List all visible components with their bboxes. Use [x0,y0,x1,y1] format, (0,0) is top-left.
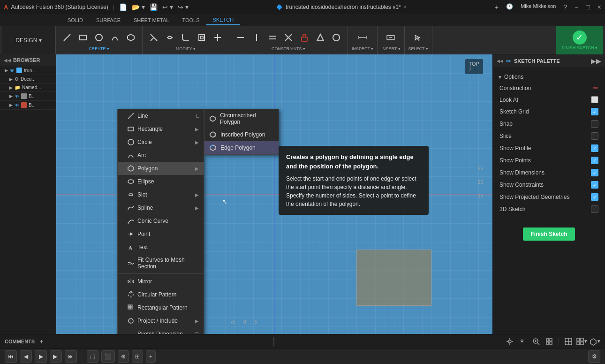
menu-item-text[interactable]: A Text [118,241,204,254]
menu-item-slot[interactable]: Slot ▶ [118,188,204,201]
history-icon[interactable]: 🕐 [506,3,513,11]
palette-row-show-dims[interactable]: Show Dimensions [493,167,605,179]
palette-row-look-at[interactable]: Look At ⬜ [493,94,605,106]
footer-first-btn[interactable]: ⏮ [5,350,17,363]
grid-display-icon[interactable]: ▾ [576,336,587,347]
sidebar-collapse-icon[interactable]: ◀◀ [4,58,11,63]
tab-sketch[interactable]: SKETCH [206,15,240,25]
palette-row-3d-sketch[interactable]: 3D Sketch [493,203,605,215]
tab-sheet-metal[interactable]: SHEET METAL [127,15,175,25]
fit-icon[interactable] [544,336,555,347]
maximize-btn[interactable]: □ [586,3,590,11]
add-tab-icon[interactable]: + [495,3,499,11]
fillet-icon[interactable] [178,30,193,46]
menu-item-polygon[interactable]: Polygon ▶ [118,162,204,175]
close-btn[interactable]: × [597,3,601,11]
palette-row-show-constraints[interactable]: Show Constraints [493,179,605,191]
palette-row-show-points[interactable]: Show Points [493,154,605,167]
new-file-icon[interactable]: 📄 [119,3,127,11]
finish-sketch-toolbar[interactable]: ✓ FINISH SKETCH ▾ [556,26,603,54]
footer-plus-btn[interactable]: + [146,350,156,363]
3d-sketch-check[interactable] [591,205,598,213]
show-constraints-check[interactable] [591,181,598,189]
tree-item-b2[interactable]: ▶ 👁 B... [0,101,56,110]
comments-plus-btn[interactable]: + [39,338,43,345]
parallel-constraint-icon[interactable] [265,30,280,46]
display-mode-icon[interactable] [563,336,574,347]
lock-icon[interactable] [297,30,312,46]
triangle-constraint-icon[interactable] [313,30,328,46]
tree-item-b1[interactable]: ▶ 👁 B... [0,92,56,101]
extend-icon[interactable] [162,30,177,46]
select-icon[interactable] [409,30,428,46]
vertical-constraint-icon[interactable] [249,30,264,46]
palette-row-slice[interactable]: Slice [493,130,605,142]
menu-item-rect-pattern[interactable]: Rectangular Pattern [118,301,204,314]
palette-row-construction[interactable]: Construction ✏ [493,82,605,94]
create-label[interactable]: CREATE ▾ [89,46,109,51]
menu-item-ellipse[interactable]: Ellipse [118,175,204,188]
snap-check[interactable] [591,120,598,128]
inspect-label[interactable]: INSPECT ▾ [352,46,373,51]
open-icon[interactable]: 📂 ▾ [132,3,145,11]
perpendicular-icon[interactable] [281,30,296,46]
polygon-tool-icon[interactable] [123,30,138,46]
footer-last-btn[interactable]: ⏭ [65,350,77,363]
menu-item-rectangle[interactable]: Rectangle ▶ [118,122,204,136]
slice-check[interactable] [591,132,598,140]
minimize-btn[interactable]: − [575,3,578,11]
footer-select-mode-btn[interactable]: ⬚ [87,350,98,363]
constraints-label[interactable]: CONSTRAINTS ▾ [272,46,305,51]
palette-row-snap[interactable]: Snap [493,118,605,130]
footer-add-btn[interactable]: ⊕ [118,350,129,363]
show-projected-check[interactable] [591,193,598,201]
inspect-icon[interactable] [353,30,372,46]
tab-tools[interactable]: TOOLS [175,15,206,25]
edge-polygon-dots[interactable]: … [268,144,274,152]
footer-prev-btn[interactable]: ◀ [20,350,32,363]
trim-icon[interactable] [146,30,161,46]
finish-sketch-button[interactable]: Finish Sketch [523,228,575,241]
submenu-circumscribed[interactable]: Circumscribed Polygon [204,109,279,128]
footer-settings-btn[interactable]: ⚙ [588,350,600,363]
close-tab-icon[interactable]: × [404,4,407,10]
show-profile-check[interactable] [591,144,598,152]
save-icon[interactable]: 💾 [150,3,158,11]
menu-item-circle[interactable]: Circle ▶ [118,136,204,149]
arc-tool-icon[interactable] [107,30,122,46]
insert-label[interactable]: INSERT ▾ [381,46,400,51]
menu-item-sketch-dim[interactable]: Sketch Dimension D [118,327,204,334]
menu-item-point[interactable]: Point [118,228,204,241]
tree-item-doc[interactable]: ▶ ⚙ Docu... [0,75,56,83]
menu-item-arc[interactable]: Arc [118,149,204,162]
menu-item-circular-pattern[interactable]: Circular Pattern [118,288,204,301]
pan-icon[interactable] [517,336,529,347]
tree-item-named[interactable]: ▶ 📁 Named... [0,83,56,92]
options-section-header[interactable]: ▼ Options [493,72,605,82]
undo-icon[interactable]: ↩ ▾ [162,3,173,11]
menu-item-fit-curves[interactable]: Fit Curves to Mesh Section [118,254,204,273]
finish-sketch-label[interactable]: FINISH SKETCH ▾ [562,46,597,50]
snap-display-icon[interactable]: ▾ [589,336,600,347]
palette-row-show-projected[interactable]: Show Projected Geometries [493,191,605,203]
menu-item-line[interactable]: Line L [118,109,204,122]
footer-play-btn[interactable]: ▶ [35,350,47,363]
sketch-grid-check[interactable] [591,108,598,115]
tab-surface[interactable]: SURFACE [90,15,127,25]
menu-item-conic[interactable]: Conic Curve [118,214,204,228]
footer-next-btn[interactable]: ▶| [50,350,62,363]
circle-tool-icon[interactable] [91,30,106,46]
menu-item-spline[interactable]: Spline ▶ [118,201,204,214]
show-points-check[interactable] [591,157,598,164]
move-icon[interactable] [210,30,225,46]
footer-box-select-btn[interactable]: ⬛ [101,350,115,363]
menu-item-mirror[interactable]: Mirror [118,275,204,288]
tab-solid[interactable]: SOLID [61,15,90,25]
rectangle-tool-icon[interactable] [76,30,91,46]
help-icon[interactable]: ? [563,3,567,11]
line-tool-icon[interactable] [60,30,75,46]
palette-row-sketch-grid[interactable]: Sketch Grid [493,106,605,118]
zoom-icon[interactable] [530,336,542,347]
insert-icon[interactable] [381,30,400,46]
redo-icon[interactable]: ↪ ▾ [178,3,189,11]
